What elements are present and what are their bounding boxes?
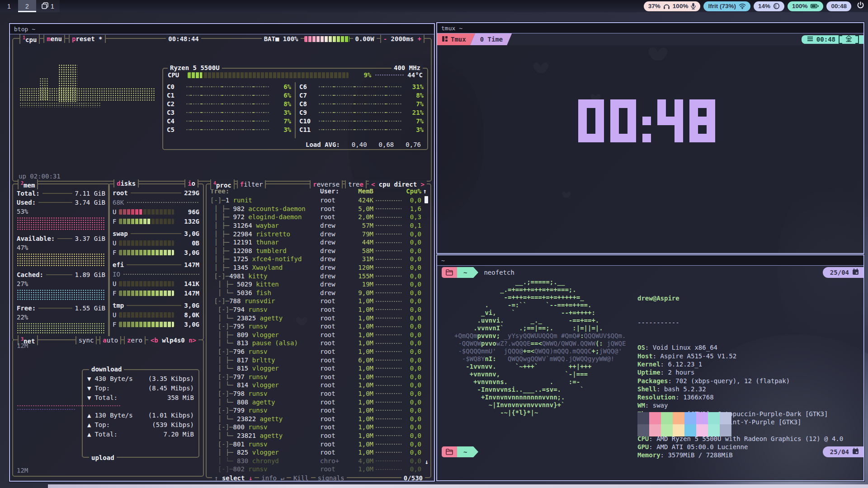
btop-titlebar[interactable]: btop ~ xyxy=(10,24,434,34)
process-row[interactable]: │ ├─ 12208 tumblerd drew 58M 0,0 xyxy=(207,247,430,255)
btop-window[interactable]: btop ~ 1cpu menu preset * 00:48:44 BAT■ … xyxy=(9,23,435,482)
process-row[interactable]: │ ├─ 31264 waybar drew 57M 0,1 xyxy=(207,221,430,230)
process-row[interactable]: │ └─ 813 pause (alsa) root 1,0M 0,0 xyxy=(207,339,430,347)
mem-box: 2mem Total:7.11 GiB Used:3.74 GiB53% Ava… xyxy=(12,183,110,340)
proc-reverse-button[interactable]: reverse xyxy=(310,180,343,188)
info-row: Memory: 3579MiB / 7288MiB xyxy=(637,451,843,459)
net-interface-selector[interactable]: <b wlp4s0 n> xyxy=(148,336,198,344)
tmux-window-segment[interactable]: 0 Time xyxy=(470,33,512,45)
net-auto-button[interactable]: auto xyxy=(99,336,121,344)
process-row[interactable]: │ ├─ 972 elogind-daemon root 2,0M 0,3 xyxy=(207,213,430,221)
process-row[interactable]: │ ├─ 825 vlogger root 1,0M 0,0 xyxy=(207,448,430,457)
process-row[interactable]: [-]─795 runsv root 1,0M 0,0 xyxy=(207,322,430,331)
process-row[interactable]: [-]─797 runsv root 1,0M 0,0 xyxy=(207,372,430,381)
proc-filter-button[interactable]: filter xyxy=(237,180,266,188)
module-text: 100% xyxy=(792,3,808,9)
module-text: Ifrit (73%) xyxy=(708,3,736,9)
process-row[interactable]: [-]─799 runsv root 1,0M 0,0 xyxy=(207,406,430,415)
shell-prompt-empty: ~ xyxy=(442,446,478,457)
signals-control[interactable]: signals xyxy=(316,474,347,481)
disks-box-title[interactable]: disks xyxy=(113,179,139,188)
proc-box-title[interactable]: 4proc xyxy=(210,179,235,189)
net-up-rows: ▲130 Byte/s(1.01 Kibps) ▲Top:(539 Kibps)… xyxy=(83,410,198,439)
kill-control[interactable]: Kill xyxy=(291,474,311,481)
process-row[interactable]: │ ├─ 1345 Xwayland drew 120M 0,0 xyxy=(207,263,430,272)
mem-box-title[interactable]: 2mem xyxy=(18,179,38,189)
palette-swatch xyxy=(649,424,661,436)
calendar-icon xyxy=(852,268,859,277)
palette-swatch xyxy=(720,412,731,424)
terminal-window[interactable]: ~ ~ neofetch 25/04 __.;=====;.__ _.= xyxy=(436,254,864,481)
process-row[interactable]: [-]─794 runsv root 1,0M 0,0 xyxy=(207,305,430,314)
process-row[interactable]: [-]─800 runsv root 1,0M 0,0 xyxy=(207,423,430,432)
process-row[interactable]: [-]─788 runsvdir root 1,0M 0,0 xyxy=(207,297,430,305)
process-row[interactable]: │ ├─ 12191 thunar drew 44M 0,0 xyxy=(207,238,430,247)
process-row[interactable]: │ └─ 830 chronyd chro+ 4,0M 0,0 xyxy=(207,456,430,465)
proc-sort-selector[interactable]: < cpu direct > xyxy=(369,180,427,188)
tmux-clock-segment: 00:48 xyxy=(802,35,863,44)
process-row[interactable]: [-]─796 runsv root 1,0M 0,0 xyxy=(207,347,430,356)
status-module[interactable]: 37%100% xyxy=(644,1,701,11)
window-counter[interactable]: 1 xyxy=(36,0,60,12)
workspace-button-2[interactable]: 2 xyxy=(18,0,36,12)
status-module[interactable]: 100% xyxy=(788,1,824,11)
proc-tree-button[interactable]: tree xyxy=(345,180,367,188)
disk-name-row: swap3,0G xyxy=(109,229,203,238)
net-info-box: download ▼430 Byte/s(3.35 Kibps) ▼Top:(8… xyxy=(82,369,199,458)
select-control[interactable]: ↑ select ↓ xyxy=(212,474,255,481)
neofetch-info-rows: OS: Void Linux x86_64Host: Aspire A515-4… xyxy=(637,343,843,459)
module-text: 14% xyxy=(758,3,770,9)
proc-count: 0/530 xyxy=(401,474,425,481)
net-zero-button[interactable]: zero xyxy=(124,336,146,344)
disk-name-row: root229G xyxy=(109,188,203,197)
tmux-titlebar[interactable]: tmux ~ xyxy=(437,23,863,33)
cpu-box-title[interactable]: 1cpu xyxy=(19,34,40,44)
net-stat-row: ▲Top:(539 Kibps) xyxy=(83,420,198,429)
tmux-status-bar: Tmux 0 Time 00:48 xyxy=(437,33,863,45)
status-module[interactable]: Ifrit (73%) xyxy=(703,1,750,11)
palette-swatch xyxy=(708,424,720,436)
net-sync-button[interactable]: sync xyxy=(75,336,97,344)
process-row[interactable]: [-]─802 runsv root 1,0M 0,0 xyxy=(207,465,430,474)
tmux-session-segment[interactable]: Tmux xyxy=(437,33,475,45)
process-row[interactable]: │ ├─ 5029 kitten drew 19M 0,0 xyxy=(207,280,430,289)
tmux-session-icon xyxy=(442,36,448,43)
process-row[interactable]: │ ├─ 809 vlogger root 1,0M 0,0 xyxy=(207,331,430,339)
prompt-path: ~ xyxy=(457,446,473,457)
process-row[interactable]: │ ├─ 982 accounts-daemon root 5,0M 1,6 xyxy=(207,205,430,213)
mem-stats: Total:7.11 GiB Used:3.74 GiB53% Availabl… xyxy=(13,184,109,333)
status-bar: 12 1 37%100%Ifrit (73%)14%100%00:48 xyxy=(0,0,868,12)
process-row[interactable]: │ └─ 814 vlogger root 1,0M 0,0 xyxy=(207,381,430,389)
proc-scrollbar-thumb[interactable] xyxy=(425,196,428,203)
power-button[interactable] xyxy=(854,0,866,12)
terminal-titlebar[interactable]: ~ xyxy=(437,255,863,266)
process-row[interactable]: [-]─1 runit root 424K 0,0 xyxy=(207,196,430,205)
status-module[interactable]: 00:48 xyxy=(826,1,851,11)
separator-line: ----------- xyxy=(637,319,679,326)
disks-list: root229G 68KU 96GF 132G swap3,0GU 0BF 3,… xyxy=(109,184,203,332)
update-interval[interactable]: - 2000ms + xyxy=(380,35,425,43)
process-row[interactable]: [-]─4981 kitty drew 155M 0,0 xyxy=(207,272,430,280)
process-row[interactable]: │ └─ 23825 agetty root 1,0M 0,0 xyxy=(207,314,430,322)
process-row[interactable]: │ ├─ 1725 xfce4-notifyd drew 31M 0,0 xyxy=(207,255,430,263)
process-row[interactable]: │ ├─ 817 brltty root 6,0M 0,0 xyxy=(207,356,430,364)
process-row[interactable]: │ └─ 5036 fish drew 9,0M 0,0 xyxy=(207,289,430,297)
process-row[interactable]: │ └─ 23821 agetty root 1,0M 0,0 xyxy=(207,432,430,440)
process-row[interactable]: [-]─798 runsv root 1,0M 0,0 xyxy=(207,389,430,398)
disk-used-row: U 141K xyxy=(109,279,203,288)
workspace-button-1[interactable]: 1 xyxy=(0,0,18,12)
preset-button[interactable]: preset * xyxy=(69,35,105,43)
tmux-window[interactable]: tmux ~ Tmux 0 Time 00:48 xyxy=(436,22,864,254)
process-row[interactable]: │ ├─ 22984 ristretto drew 79M 0,0 xyxy=(207,230,430,238)
info-control[interactable]: info ↵ xyxy=(259,474,287,481)
mem-stat-graph xyxy=(17,323,105,333)
proc-box: 4proc filter reverse tree < cpu direct >… xyxy=(206,183,431,478)
process-row[interactable]: │ └─ 23822 agetty root 1,0M 0,0 xyxy=(207,414,430,423)
process-row[interactable]: │ └─ 808 agetty root 1,0M 0,0 xyxy=(207,398,430,406)
disk-used-row: U 0B xyxy=(109,238,203,248)
status-module[interactable]: 14% xyxy=(754,1,784,11)
menu-button[interactable]: menu xyxy=(43,35,65,43)
process-row[interactable]: [-]─801 runsv root 1,0M 0,0 xyxy=(207,440,430,448)
io-mode-button[interactable]: io xyxy=(184,179,198,188)
process-row[interactable]: │ └─ 815 vlogger root 1,0M 0,0 xyxy=(207,364,430,373)
